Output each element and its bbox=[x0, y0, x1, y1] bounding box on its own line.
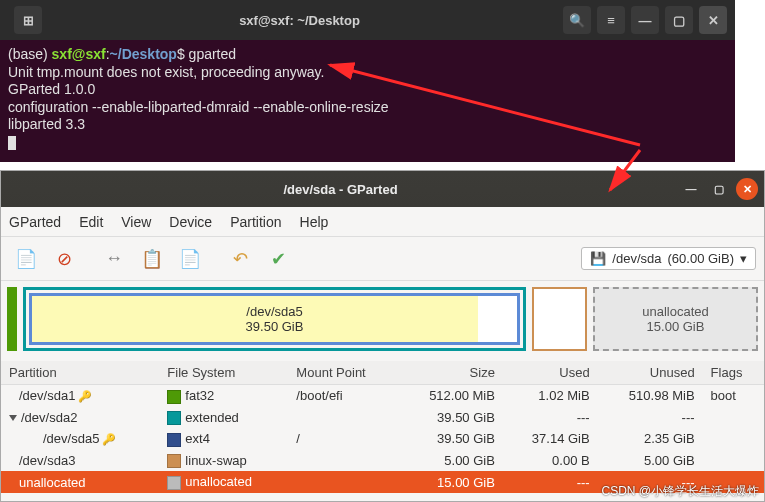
col-used[interactable]: Used bbox=[503, 361, 598, 385]
size: 512.00 MiB bbox=[398, 385, 503, 407]
menu-device[interactable]: Device bbox=[169, 214, 212, 230]
diskmap-label: /dev/sda5 bbox=[246, 304, 302, 319]
terminal-cursor bbox=[8, 136, 16, 150]
terminal-body[interactable]: (base) sxf@sxf:~/Desktop$ gparted Unit t… bbox=[0, 40, 735, 157]
flags: boot bbox=[703, 385, 764, 407]
table-row[interactable]: /dev/sda3 linux-swap 5.00 GiB 0.00 B 5.0… bbox=[1, 450, 764, 472]
table-row[interactable]: /dev/sda1🔑 fat32 /boot/efi 512.00 MiB 1.… bbox=[1, 385, 764, 407]
prompt-dollar: $ bbox=[177, 46, 189, 62]
new-partition-icon[interactable]: 📄 bbox=[9, 242, 43, 276]
device-selector[interactable]: 💾 /dev/sda (60.00 GiB) ▾ bbox=[581, 247, 756, 270]
diskmap-sda5[interactable]: /dev/sda5 39.50 GiB bbox=[29, 293, 520, 345]
device-size: (60.00 GiB) bbox=[668, 251, 734, 266]
chevron-down-icon: ▾ bbox=[740, 251, 747, 266]
menu-gparted[interactable]: GParted bbox=[9, 214, 61, 230]
partition-name: /dev/sda2 bbox=[21, 410, 77, 425]
terminal-output-line: Unit tmp.mount does not exist, proceedin… bbox=[8, 64, 727, 82]
diskmap-unallocated[interactable]: unallocated 15.00 GiB bbox=[593, 287, 758, 351]
mount: /boot/efi bbox=[288, 385, 398, 407]
expand-icon[interactable] bbox=[9, 415, 17, 421]
col-fs[interactable]: File System bbox=[159, 361, 288, 385]
col-flags[interactable]: Flags bbox=[703, 361, 764, 385]
disk-icon: 💾 bbox=[590, 251, 606, 266]
diskmap-extended[interactable]: /dev/sda5 39.50 GiB bbox=[23, 287, 526, 351]
diskmap-label: unallocated bbox=[642, 304, 709, 319]
partition-name: /dev/sda3 bbox=[19, 453, 75, 468]
paste-icon[interactable]: 📄 bbox=[173, 242, 207, 276]
mount: / bbox=[288, 428, 398, 450]
disk-map: /dev/sda5 39.50 GiB unallocated 15.00 Gi… bbox=[7, 287, 758, 351]
terminal-titlebar: ⊞ sxf@sxf: ~/Desktop 🔍 ≡ — ▢ ✕ bbox=[0, 0, 735, 40]
used: 1.02 MiB bbox=[503, 385, 598, 407]
terminal-title: sxf@sxf: ~/Desktop bbox=[42, 13, 557, 28]
maximize-button[interactable]: ▢ bbox=[708, 178, 730, 200]
gparted-titlebar: /dev/sda - GParted — ▢ ✕ bbox=[1, 171, 764, 207]
col-mount[interactable]: Mount Point bbox=[288, 361, 398, 385]
used: --- bbox=[503, 471, 598, 493]
fs: ext4 bbox=[185, 431, 210, 446]
table-row[interactable]: /dev/sda5🔑 ext4 / 39.50 GiB 37.14 GiB 2.… bbox=[1, 428, 764, 450]
fs-swatch bbox=[167, 476, 181, 490]
terminal-output-line: GParted 1.0.0 bbox=[8, 81, 727, 99]
fs-swatch bbox=[167, 411, 181, 425]
device-name: /dev/sda bbox=[612, 251, 661, 266]
flags bbox=[703, 428, 764, 450]
menu-view[interactable]: View bbox=[121, 214, 151, 230]
diskmap-sda1[interactable] bbox=[7, 287, 17, 351]
terminal-output-line: configuration --enable-libparted-dmraid … bbox=[8, 99, 727, 117]
col-unused[interactable]: Unused bbox=[598, 361, 703, 385]
close-button[interactable]: ✕ bbox=[699, 6, 727, 34]
prompt-base: (base) bbox=[8, 46, 52, 62]
delete-icon[interactable]: ⊘ bbox=[47, 242, 81, 276]
mount bbox=[288, 407, 398, 429]
size: 39.50 GiB bbox=[398, 407, 503, 429]
terminal-window: ⊞ sxf@sxf: ~/Desktop 🔍 ≡ — ▢ ✕ (base) sx… bbox=[0, 0, 735, 162]
hamburger-icon[interactable]: ≡ bbox=[597, 6, 625, 34]
terminal-output-line: libparted 3.3 bbox=[8, 116, 727, 134]
col-partition[interactable]: Partition bbox=[1, 361, 159, 385]
partition-name: /dev/sda5 bbox=[43, 431, 99, 446]
resize-icon[interactable]: ↔ bbox=[97, 242, 131, 276]
flags bbox=[703, 407, 764, 429]
menu-help[interactable]: Help bbox=[300, 214, 329, 230]
diskmap-size: 39.50 GiB bbox=[246, 319, 304, 334]
mount bbox=[288, 450, 398, 472]
size: 5.00 GiB bbox=[398, 450, 503, 472]
gparted-window: /dev/sda - GParted — ▢ ✕ GParted Edit Vi… bbox=[0, 170, 765, 502]
fs: unallocated bbox=[185, 474, 252, 489]
watermark: CSDN @小锋学长生活大爆炸 bbox=[601, 483, 759, 500]
flags bbox=[703, 450, 764, 472]
maximize-button[interactable]: ▢ bbox=[665, 6, 693, 34]
fs: linux-swap bbox=[185, 453, 246, 468]
used: --- bbox=[503, 407, 598, 429]
unused: 510.98 MiB bbox=[598, 385, 703, 407]
undo-icon[interactable]: ↶ bbox=[223, 242, 257, 276]
search-icon[interactable]: 🔍 bbox=[563, 6, 591, 34]
used: 37.14 GiB bbox=[503, 428, 598, 450]
minimize-button[interactable]: — bbox=[631, 6, 659, 34]
mount bbox=[288, 471, 398, 493]
minimize-button[interactable]: — bbox=[680, 178, 702, 200]
col-size[interactable]: Size bbox=[398, 361, 503, 385]
fs-swatch bbox=[167, 433, 181, 447]
close-button[interactable]: ✕ bbox=[736, 178, 758, 200]
lock-icon: 🔑 bbox=[102, 433, 116, 445]
table-row[interactable]: /dev/sda2 extended 39.50 GiB --- --- bbox=[1, 407, 764, 429]
gparted-title: /dev/sda - GParted bbox=[7, 182, 674, 197]
apply-icon[interactable]: ✔ bbox=[261, 242, 295, 276]
copy-icon[interactable]: 📋 bbox=[135, 242, 169, 276]
prompt-path: ~/Desktop bbox=[110, 46, 177, 62]
unused: --- bbox=[598, 407, 703, 429]
partition-table: Partition File System Mount Point Size U… bbox=[1, 361, 764, 493]
fs-swatch bbox=[167, 390, 181, 404]
menu-edit[interactable]: Edit bbox=[79, 214, 103, 230]
menu-partition[interactable]: Partition bbox=[230, 214, 281, 230]
fs: fat32 bbox=[185, 388, 214, 403]
unused: 2.35 GiB bbox=[598, 428, 703, 450]
size: 15.00 GiB bbox=[398, 471, 503, 493]
gparted-toolbar: 📄 ⊘ ↔ 📋 📄 ↶ ✔ 💾 /dev/sda (60.00 GiB) ▾ bbox=[1, 237, 764, 281]
diskmap-swap[interactable] bbox=[532, 287, 587, 351]
prompt-user: sxf@sxf bbox=[52, 46, 106, 62]
terminal-menu-icon[interactable]: ⊞ bbox=[14, 6, 42, 34]
terminal-command: gparted bbox=[189, 46, 236, 62]
